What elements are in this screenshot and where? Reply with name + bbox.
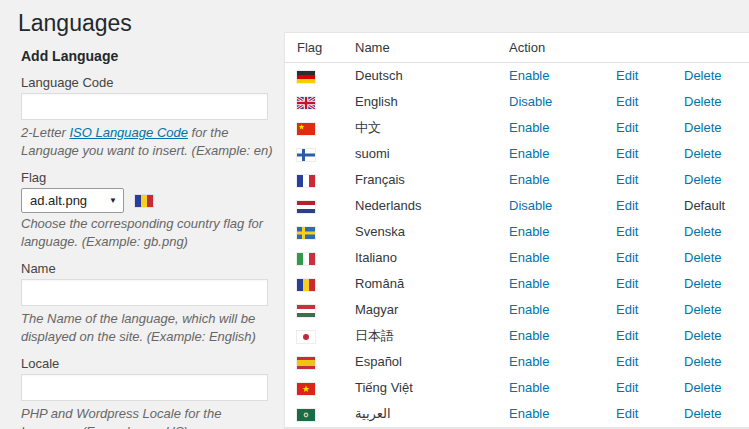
delete-link[interactable]: Delete xyxy=(684,146,722,161)
delete-link[interactable]: Delete xyxy=(684,276,722,291)
enable-link[interactable]: Enable xyxy=(509,328,549,343)
page-title: Languages xyxy=(18,9,276,38)
language-name: Deutsch xyxy=(355,68,403,83)
edit-link[interactable]: Edit xyxy=(616,406,638,421)
name-label: Name xyxy=(21,261,276,276)
delete-link[interactable]: Delete xyxy=(684,354,722,369)
description-text: 2-Letter xyxy=(21,125,69,140)
col-header-flag: Flag xyxy=(285,33,343,63)
language-name: Français xyxy=(355,172,405,187)
flag-description: Choose the corresponding country flag fo… xyxy=(21,215,273,251)
table-row: 日本語EnableEditDelete xyxy=(285,323,749,349)
flag-vn-icon xyxy=(297,383,315,395)
edit-link[interactable]: Edit xyxy=(616,328,638,343)
disable-link[interactable]: Disable xyxy=(509,94,552,109)
flag-field: Flag ad.alt.png ▼ Choose the correspondi… xyxy=(21,170,276,251)
locale-description: PHP and Wordpress Locale for the languag… xyxy=(21,405,273,429)
table-row: EspañolEnableEditDelete xyxy=(285,349,749,375)
delete-link[interactable]: Delete xyxy=(684,328,722,343)
flag-cn-icon xyxy=(297,123,315,135)
flag-se-icon xyxy=(297,227,315,239)
table-row: MagyarEnableEditDelete xyxy=(285,297,749,323)
enable-link[interactable]: Enable xyxy=(509,120,549,135)
enable-link[interactable]: Enable xyxy=(509,224,549,239)
language-name: Svenska xyxy=(355,224,405,239)
enable-link[interactable]: Enable xyxy=(509,276,549,291)
enable-link[interactable]: Enable xyxy=(509,380,549,395)
add-language-heading: Add Language xyxy=(21,48,276,65)
language-code-label: Language Code xyxy=(21,75,276,90)
language-code-description: 2-Letter ISO Language Code for the Langu… xyxy=(21,124,273,160)
delete-link[interactable]: Delete xyxy=(684,250,722,265)
enable-link[interactable]: Enable xyxy=(509,406,549,421)
language-name: 日本語 xyxy=(355,328,394,343)
flag-fr-icon xyxy=(297,175,315,187)
edit-link[interactable]: Edit xyxy=(616,224,638,239)
language-name: Nederlands xyxy=(355,198,422,213)
edit-link[interactable]: Edit xyxy=(616,94,638,109)
delete-link[interactable]: Delete xyxy=(684,120,722,135)
edit-link[interactable]: Edit xyxy=(616,302,638,317)
add-language-panel: Languages Add Language Language Code 2-L… xyxy=(18,0,276,429)
language-name: Español xyxy=(355,354,402,369)
flag-jp-icon xyxy=(297,331,315,343)
iso-language-code-link[interactable]: ISO Language Code xyxy=(69,125,188,140)
edit-link[interactable]: Edit xyxy=(616,172,638,187)
edit-link[interactable]: Edit xyxy=(616,146,638,161)
flag-es-icon xyxy=(297,357,315,369)
locale-input[interactable] xyxy=(21,374,268,401)
flag-select-value: ad.alt.png xyxy=(30,193,87,208)
delete-link[interactable]: Delete xyxy=(684,68,722,83)
language-name: Tiếng Việt xyxy=(355,380,413,395)
delete-link[interactable]: Delete xyxy=(684,406,722,421)
table-row: FrançaisEnableEditDelete xyxy=(285,167,749,193)
edit-link[interactable]: Edit xyxy=(616,276,638,291)
language-name: Italiano xyxy=(355,250,397,265)
enable-link[interactable]: Enable xyxy=(509,250,549,265)
language-name: English xyxy=(355,94,398,109)
enable-link[interactable]: Enable xyxy=(509,146,549,161)
table-row: NederlandsDisableEditDefault xyxy=(285,193,749,219)
enable-link[interactable]: Enable xyxy=(509,302,549,317)
delete-link[interactable]: Delete xyxy=(684,302,722,317)
enable-link[interactable]: Enable xyxy=(509,172,549,187)
enable-link[interactable]: Enable xyxy=(509,354,549,369)
table-row: RomânăEnableEditDelete xyxy=(285,271,749,297)
edit-link[interactable]: Edit xyxy=(616,68,638,83)
locale-label: Locale xyxy=(21,356,276,371)
delete-link[interactable]: Delete xyxy=(684,172,722,187)
col-header-spacer xyxy=(604,33,672,63)
enable-link[interactable]: Enable xyxy=(509,68,549,83)
disable-link[interactable]: Disable xyxy=(509,198,552,213)
table-row: ItalianoEnableEditDelete xyxy=(285,245,749,271)
flag-it-icon xyxy=(297,253,315,265)
edit-link[interactable]: Edit xyxy=(616,198,638,213)
name-input[interactable] xyxy=(21,279,268,306)
edit-link[interactable]: Edit xyxy=(616,120,638,135)
languages-table: Flag Name Action DeutschEnableEditDelete… xyxy=(284,32,749,428)
name-description: The Name of the language, which will be … xyxy=(21,310,273,346)
delete-link[interactable]: Delete xyxy=(684,224,722,239)
language-name: Română xyxy=(355,276,404,291)
table-header-row: Flag Name Action xyxy=(285,33,749,63)
language-name: suomi xyxy=(355,146,390,161)
col-header-name: Name xyxy=(343,33,497,63)
flag-label: Flag xyxy=(21,170,276,185)
language-name: 中文 xyxy=(355,120,381,135)
table-row: Tiếng ViệtEnableEditDelete xyxy=(285,375,749,401)
table-row: suomiEnableEditDelete xyxy=(285,141,749,167)
flag-fi-icon xyxy=(297,149,315,161)
edit-link[interactable]: Edit xyxy=(616,354,638,369)
col-header-spacer xyxy=(672,33,749,63)
edit-link[interactable]: Edit xyxy=(616,380,638,395)
flag-ar-icon xyxy=(297,409,315,421)
delete-link[interactable]: Delete xyxy=(684,94,722,109)
table-row: العربيةEnableEditDelete xyxy=(285,401,749,427)
flag-select[interactable]: ad.alt.png ▼ xyxy=(21,188,124,213)
delete-link[interactable]: Delete xyxy=(684,380,722,395)
table-row: 中文EnableEditDelete xyxy=(285,115,749,141)
language-code-input[interactable] xyxy=(21,93,268,120)
select-arrow-icon: ▼ xyxy=(109,196,117,205)
table-row: DeutschEnableEditDelete xyxy=(285,63,749,90)
edit-link[interactable]: Edit xyxy=(616,250,638,265)
